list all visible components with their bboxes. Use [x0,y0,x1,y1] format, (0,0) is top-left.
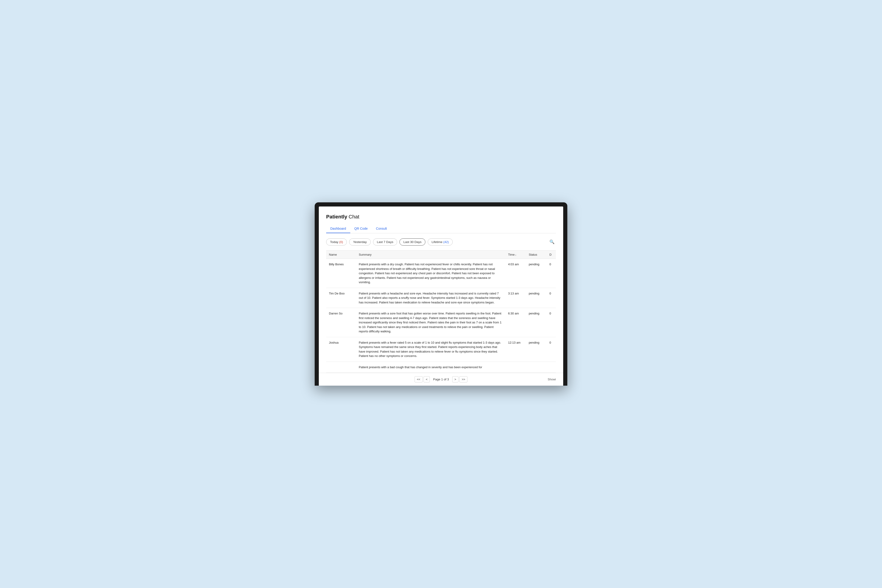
page-indicator: Page 1 of 3 [430,376,451,382]
cell-d-4 [547,362,556,373]
cell-status-1: pending [526,288,547,308]
cell-time-0: 4:03 am [506,259,526,288]
cell-d-0: 0 [547,259,556,288]
filter-last7days[interactable]: Last 7 Days [373,238,397,246]
app-container: Patiently Chat Dashboard QR Code Consult… [319,207,563,373]
cell-name-3: Joshua [326,337,356,362]
cell-time-3: 12:13 am [506,337,526,362]
filter-today[interactable]: Today (0) [326,238,347,246]
nav-tabs: Dashboard QR Code Consult [326,224,556,233]
prev-page-button[interactable]: < [423,376,430,382]
sort-arrow-icon: ↓ [515,254,516,256]
cell-status-0: pending [526,259,547,288]
last-page-button[interactable]: >> [459,376,467,382]
col-header-status: Status [526,250,547,259]
filter-last30days[interactable]: Last 30 Days [399,238,425,246]
showing-label: Showi [548,378,556,381]
tab-dashboard[interactable]: Dashboard [326,224,350,233]
col-header-name: Name [326,250,356,259]
table-row[interactable]: Patient presents with a bad cough that h… [326,362,556,373]
col-header-time: Time↓ [506,250,526,259]
cell-status-4 [526,362,547,373]
search-icon: 🔍 [549,240,555,244]
app-title: Patiently Chat [326,214,359,220]
pagination-bar: << < Page 1 of 3 > >> Showi [319,373,563,386]
screen: Patiently Chat Dashboard QR Code Consult… [319,207,563,386]
cell-name-0: Billy Bones [326,259,356,288]
pagination-controls: << < Page 1 of 3 > >> [415,376,468,382]
filter-yesterday[interactable]: Yesterday [349,238,371,246]
laptop-frame: Patiently Chat Dashboard QR Code Consult… [315,202,567,386]
cell-d-2: 0 [547,308,556,337]
cell-name-4 [326,362,356,373]
app-title-suffix: Chat [347,214,360,220]
cell-name-2: Darren So [326,308,356,337]
tab-qr-code[interactable]: QR Code [350,224,372,233]
table-header-row: Name Summary Time↓ Status D [326,250,556,259]
table-row[interactable]: Joshua Patient presents with a fever rat… [326,337,556,362]
filter-lifetime[interactable]: Lifetime (42) [428,238,453,246]
cell-summary-3: Patient presents with a fever rated 5 on… [356,337,506,362]
cell-summary-4: Patient presents with a bad cough that h… [356,362,506,373]
col-header-d: D [547,250,556,259]
cell-name-1: Tim De Boo [326,288,356,308]
data-table: Name Summary Time↓ Status D Billy Bones … [326,250,556,373]
cell-summary-2: Patient presents with a sore foot that h… [356,308,506,337]
table-row[interactable]: Tim De Boo Patient presents with a heada… [326,288,556,308]
app-header: Patiently Chat [326,214,556,220]
filter-buttons: Today (0) Yesterday Last 7 Days Last 30 … [326,238,453,246]
cell-d-3: 0 [547,337,556,362]
cell-time-1: 3:13 am [506,288,526,308]
cell-summary-1: Patient presents with a headache and sor… [356,288,506,308]
app-title-brand: Patiently [326,214,347,220]
first-page-button[interactable]: << [415,376,423,382]
filter-row: Today (0) Yesterday Last 7 Days Last 30 … [326,238,556,246]
cell-status-2: pending [526,308,547,337]
tab-consult[interactable]: Consult [372,224,391,233]
cell-summary-0: Patient presents with a dry cough. Patie… [356,259,506,288]
table-row[interactable]: Darren So Patient presents with a sore f… [326,308,556,337]
cell-d-1: 0 [547,288,556,308]
table-row[interactable]: Billy Bones Patient presents with a dry … [326,259,556,288]
cell-time-4 [506,362,526,373]
col-header-summary: Summary [356,250,506,259]
cell-status-3: pending [526,337,547,362]
cell-time-2: 6:30 am [506,308,526,337]
search-button[interactable]: 🔍 [548,238,556,246]
next-page-button[interactable]: > [452,376,459,382]
